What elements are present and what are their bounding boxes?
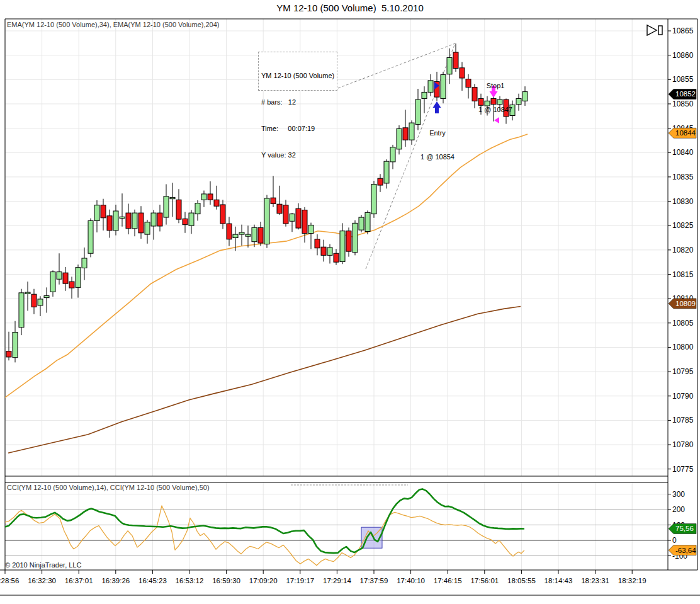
chart-title: YM 12-10 (500 Volume) 5.10.2010 <box>0 3 700 13</box>
price-tick-label: 10840 <box>672 148 694 157</box>
price-tick-label: 10865 <box>672 26 694 35</box>
time-tick-label: 16:32:30 <box>28 577 56 584</box>
tooltip-symbol: YM 12-10 (500 Volume) <box>261 71 334 80</box>
cci-chart-panel[interactable] <box>5 482 668 570</box>
tooltip-yvalue: Y value: 32 <box>261 151 334 159</box>
cci-tick-label: 0 <box>672 536 677 545</box>
time-tick-label: 18:32:19 <box>618 577 646 584</box>
time-tick-label: 17:19:17 <box>286 577 314 584</box>
cci14-value-tag-text: -63,64 <box>675 547 696 554</box>
price-tick-label: 10860 <box>672 51 694 60</box>
stop-annotation: Stop1 1 @ 10847 <box>464 66 527 122</box>
time-tick-label: 16:45:23 <box>138 577 167 584</box>
cci50-value-tag-text: 75,56 <box>675 525 694 532</box>
price-tick-label: 10820 <box>672 246 694 254</box>
time-tick-label: 17:37:59 <box>360 577 388 584</box>
time-tick-label: 17:29:14 <box>323 577 351 584</box>
stop-detail: 1 @ 10847 <box>464 106 527 114</box>
tooltip-time: Time: 00:07:19 <box>261 124 334 133</box>
time-tick-label: 18:23:31 <box>581 577 609 584</box>
time-tick-label: 16:39:26 <box>101 577 130 584</box>
tooltip-bars: # bars: 12 <box>261 98 334 106</box>
entry-detail: 1 @ 10854 <box>406 153 469 161</box>
time-tick-label: 16:59:30 <box>212 577 240 584</box>
cci-tick-label: 200 <box>672 505 685 514</box>
time-tick-label: 17:40:10 <box>397 577 425 584</box>
time-tick-label: 16:53:12 <box>176 577 204 584</box>
price-tick-label: 10795 <box>672 367 694 376</box>
price-tick-label: 10830 <box>672 197 694 206</box>
price-tick-label: 10850 <box>672 100 694 108</box>
time-tick-label: 18:14:43 <box>545 577 573 584</box>
price-tick-label: 10790 <box>672 392 694 401</box>
measure-tooltip: YM 12-10 (500 Volume) # bars: 12 Time: 0… <box>258 52 337 91</box>
price-tick-label: 10815 <box>672 270 694 279</box>
price-tick-label: 10775 <box>672 465 694 474</box>
time-tick-label: 16:28:56 <box>0 577 19 584</box>
time-tick-label: 18:05:55 <box>507 577 536 584</box>
time-tick-label: 17:09:20 <box>249 577 278 584</box>
time-tick-label: 16:37:01 <box>65 577 93 584</box>
cci-tick-label: 300 <box>672 490 685 499</box>
price-tick-label: 10825 <box>672 221 694 230</box>
time-tick-label: 17:46:15 <box>434 577 462 584</box>
price-tick-label: 10805 <box>672 319 694 328</box>
price-tick-label: 10780 <box>672 440 694 449</box>
price-tick-label: 10855 <box>672 75 694 84</box>
time-tick-label: 17:56:01 <box>470 577 499 584</box>
price-tick-label: 10835 <box>672 173 694 181</box>
ema34-price-tag-text: 10844 <box>675 129 696 137</box>
price-tick-label: 10800 <box>672 343 694 351</box>
ema-indicator-label[interactable]: EMA(YM 12-10 (500 Volume),34), EMA(YM 12… <box>7 21 219 28</box>
entry-annotation: Entry 1 @ 10854 <box>406 113 469 169</box>
stop-label: Stop1 <box>464 82 527 90</box>
price-tick-label: 10785 <box>672 416 694 425</box>
last-price-tag-text: 10852 <box>675 90 696 98</box>
ema204-price-tag-text: 10809 <box>675 300 696 307</box>
entry-label: Entry <box>406 129 469 137</box>
chart-canvas[interactable]: 1086510860108551085010845108401083510830… <box>0 0 700 604</box>
copyright-text: © 2010 NinjaTrader, LLC <box>5 561 81 569</box>
cci-indicator-label[interactable]: CCI(YM 12-10 (500 Volume),14), CCI(YM 12… <box>7 484 210 491</box>
